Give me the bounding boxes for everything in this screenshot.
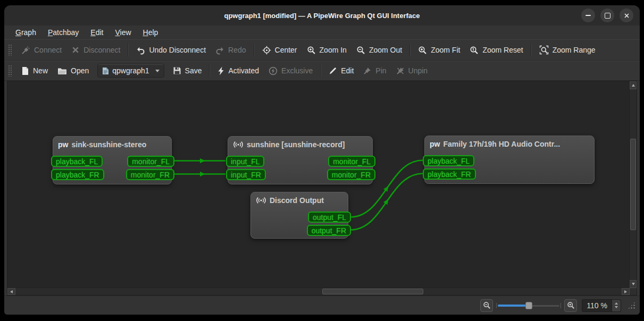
- open-button[interactable]: Open: [53, 63, 94, 78]
- save-button[interactable]: Save: [168, 63, 207, 78]
- broadcast-icon: [256, 196, 266, 205]
- zoom-range-icon: [539, 45, 549, 55]
- zoom-fit-icon: [418, 46, 427, 55]
- undo-button[interactable]: Undo Disconnect: [131, 43, 211, 58]
- undo-icon: [136, 46, 145, 55]
- port-monitor_FL[interactable]: monitor_FL: [127, 156, 174, 167]
- center-button[interactable]: Center: [257, 43, 302, 58]
- exclusive-button[interactable]: Exclusive: [264, 63, 317, 79]
- disconnect-button[interactable]: Disconnect: [66, 43, 125, 57]
- node-discord-output[interactable]: Discord Output output_FL output_FR: [250, 192, 348, 239]
- connection-lines: [7, 81, 637, 295]
- node-header: pw sink-sunshine-stereo: [53, 137, 171, 149]
- horizontal-scrollbar[interactable]: [7, 288, 630, 295]
- chevron-down-icon: [155, 70, 160, 72]
- statusbar-zoom-in-button[interactable]: [564, 299, 577, 312]
- statusbar-zoom-out-button[interactable]: [480, 299, 493, 312]
- horizontal-scrollbar-thumb[interactable]: [322, 289, 423, 294]
- app-window: qpwgraph1 [modified] — A PipeWire Graph …: [4, 5, 640, 315]
- menu-view[interactable]: View: [110, 27, 136, 38]
- port-monitor_FL[interactable]: monitor_FL: [328, 156, 375, 167]
- zoom-in-icon: [567, 301, 575, 309]
- spinbox-steppers[interactable]: [612, 300, 621, 311]
- zoom-slider-handle[interactable]: [525, 302, 532, 309]
- new-button[interactable]: New: [16, 63, 53, 79]
- minimize-icon: [586, 15, 591, 16]
- disconnect-icon: [71, 46, 80, 54]
- arrow-up-icon: [632, 84, 635, 87]
- scroll-down-button[interactable]: [630, 280, 637, 288]
- menu-patchbay[interactable]: Patchbay: [43, 27, 83, 38]
- maximize-icon: [605, 13, 610, 19]
- port-playback_FL[interactable]: playback_FL: [51, 156, 103, 167]
- scroll-right-button[interactable]: [622, 288, 630, 295]
- port-monitor_FR[interactable]: monitor_FR: [327, 169, 375, 180]
- edit-button[interactable]: Edit: [324, 63, 358, 78]
- toolbar-drag-handle[interactable]: [8, 65, 13, 77]
- node-header: pw Family 17h/19h HD Audio Contr...: [425, 136, 594, 148]
- titlebar[interactable]: qpwgraph1 [modified] — A PipeWire Graph …: [4, 5, 640, 26]
- pin-button[interactable]: Pin: [358, 63, 391, 78]
- node-sink-sunshine-stereo[interactable]: pw sink-sunshine-stereo playback_FL play…: [53, 136, 172, 184]
- slider-tick: [561, 303, 561, 308]
- zoom-out-icon: [483, 301, 491, 309]
- node-family-hd-audio[interactable]: pw Family 17h/19h HD Audio Contr... play…: [424, 136, 595, 184]
- unpin-icon: [396, 66, 405, 75]
- connect-button[interactable]: Connect: [16, 43, 66, 58]
- port-input_FR[interactable]: input_FR: [226, 169, 266, 180]
- menu-help[interactable]: Help: [138, 27, 163, 38]
- port-playback_FR[interactable]: playback_FR: [51, 169, 104, 180]
- close-button[interactable]: [620, 9, 633, 22]
- window-resize-grip[interactable]: [628, 301, 635, 309]
- window-title: qpwgraph1 [modified] — A PipeWire Graph …: [224, 12, 420, 20]
- node-title: Family 17h/19h HD Audio Contr...: [443, 140, 560, 148]
- patchbay-canvas[interactable]: pw sink-sunshine-stereo playback_FL play…: [7, 81, 637, 295]
- minimize-button[interactable]: [581, 9, 595, 22]
- vertical-scrollbar-thumb[interactable]: [630, 139, 636, 230]
- zoom-in-button[interactable]: Zoom In: [302, 43, 352, 58]
- menu-edit[interactable]: Edit: [86, 27, 108, 38]
- close-icon: [624, 13, 630, 19]
- patchbay-profile-select[interactable]: qpwgraph1: [97, 64, 164, 78]
- scroll-up-button[interactable]: [630, 81, 637, 89]
- connect-icon: [21, 46, 30, 55]
- vertical-scrollbar[interactable]: [629, 81, 637, 288]
- maximize-button[interactable]: [600, 9, 614, 22]
- statusbar: 110 %: [4, 295, 640, 315]
- node-sunshine[interactable]: sunshine [sunshine-record] input_FL inpu…: [228, 136, 373, 184]
- port-input_FL[interactable]: input_FL: [226, 156, 264, 167]
- port-playback_FR[interactable]: playback_FR: [423, 168, 476, 180]
- port-output_FR[interactable]: output_FR: [307, 225, 351, 236]
- arrow-left-icon: [10, 290, 13, 293]
- patchbay-profile-value: qpwgraph1: [112, 66, 149, 75]
- toolbar-graph: Connect Disconnect Undo Disconnect Redo …: [4, 39, 640, 61]
- zoom-range-button[interactable]: Zoom Range: [534, 42, 600, 58]
- redo-icon: [215, 46, 224, 55]
- zoom-out-button[interactable]: Zoom Out: [352, 43, 407, 58]
- zoom-reset-button[interactable]: Zoom Reset: [465, 43, 528, 58]
- zoom-percent-spinbox[interactable]: 110 %: [582, 299, 621, 312]
- toolbar-patchbay: New Open qpwgraph1 Save Activated Exclus…: [4, 61, 640, 81]
- arrowhead: [200, 158, 205, 163]
- toolbar-separator: [128, 44, 129, 56]
- zoom-fit-button[interactable]: Zoom Fit: [413, 43, 465, 58]
- new-file-icon: [21, 66, 29, 75]
- exclusive-bolt-icon: [269, 66, 278, 75]
- arrow-right-icon: [624, 290, 627, 293]
- arrow-down-icon: [632, 283, 635, 285]
- redo-button[interactable]: Redo: [211, 43, 250, 58]
- broadcast-icon: [233, 140, 244, 149]
- scroll-left-button[interactable]: [7, 288, 15, 295]
- toolbar-separator: [254, 44, 255, 56]
- activated-button[interactable]: Activated: [213, 63, 264, 79]
- port-monitor_FR[interactable]: monitor_FR: [126, 169, 174, 180]
- scrollbar-corner: [630, 288, 637, 295]
- spin-up-icon: [615, 302, 618, 305]
- port-playback_FL[interactable]: playback_FL: [423, 155, 474, 166]
- port-output_FL[interactable]: output_FL: [308, 212, 351, 223]
- zoom-slider[interactable]: [498, 301, 559, 310]
- toolbar-drag-handle[interactable]: [8, 44, 13, 56]
- menu-graph[interactable]: Graph: [11, 27, 41, 38]
- unpin-button[interactable]: Unpin: [391, 63, 433, 78]
- pipewire-icon: pw: [430, 140, 440, 148]
